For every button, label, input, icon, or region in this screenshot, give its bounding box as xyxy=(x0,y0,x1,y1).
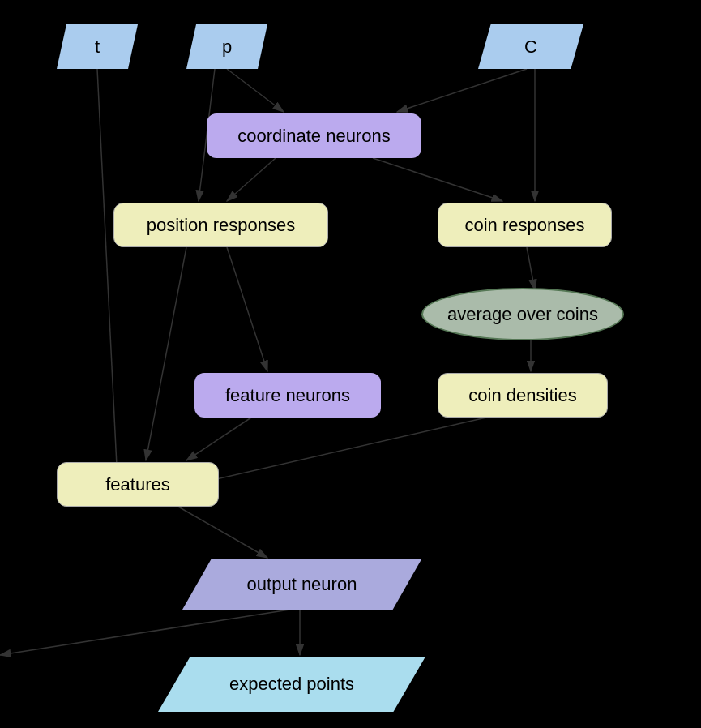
position-responses-label: position responses xyxy=(147,215,295,236)
output-neuron-label: output neuron xyxy=(247,574,357,595)
svg-line-12 xyxy=(203,418,486,482)
coin-densities-label: coin densities xyxy=(468,385,576,406)
feature-neurons-label: feature neurons xyxy=(225,385,350,406)
node-c: C xyxy=(478,24,583,69)
svg-line-10 xyxy=(146,247,186,460)
svg-line-6 xyxy=(227,158,276,201)
svg-line-8 xyxy=(527,247,535,290)
node-position-responses: position responses xyxy=(113,203,328,247)
node-t-label: t xyxy=(95,36,100,58)
arrows-svg xyxy=(0,0,701,728)
node-coin-densities: coin densities xyxy=(438,373,608,418)
svg-line-4 xyxy=(397,69,527,112)
node-average-over-coins: average over coins xyxy=(421,288,624,340)
expected-points-label: expected points xyxy=(229,674,354,695)
diagram: t p C coordinate neurons position respon… xyxy=(0,0,701,728)
svg-line-14 xyxy=(178,507,267,558)
node-feature-neurons: feature neurons xyxy=(194,373,381,418)
coordinate-neurons-label: coordinate neurons xyxy=(237,126,390,147)
svg-line-15 xyxy=(0,608,300,655)
node-expected-points: expected points xyxy=(158,657,425,712)
average-over-coins-label: average over coins xyxy=(447,304,598,325)
svg-line-2 xyxy=(227,69,284,112)
svg-line-11 xyxy=(186,418,251,460)
svg-line-7 xyxy=(373,158,502,201)
node-coin-responses: coin responses xyxy=(438,203,612,247)
node-t: t xyxy=(57,24,138,69)
node-output-neuron: output neuron xyxy=(182,559,421,610)
node-features: features xyxy=(57,462,219,507)
coin-responses-label: coin responses xyxy=(465,215,585,236)
features-label: features xyxy=(105,474,170,495)
svg-line-1 xyxy=(97,69,118,482)
node-p: p xyxy=(186,24,267,69)
svg-line-13 xyxy=(227,247,267,371)
node-p-label: p xyxy=(222,36,232,58)
node-coordinate-neurons: coordinate neurons xyxy=(207,113,421,158)
node-c-label: C xyxy=(524,36,537,58)
